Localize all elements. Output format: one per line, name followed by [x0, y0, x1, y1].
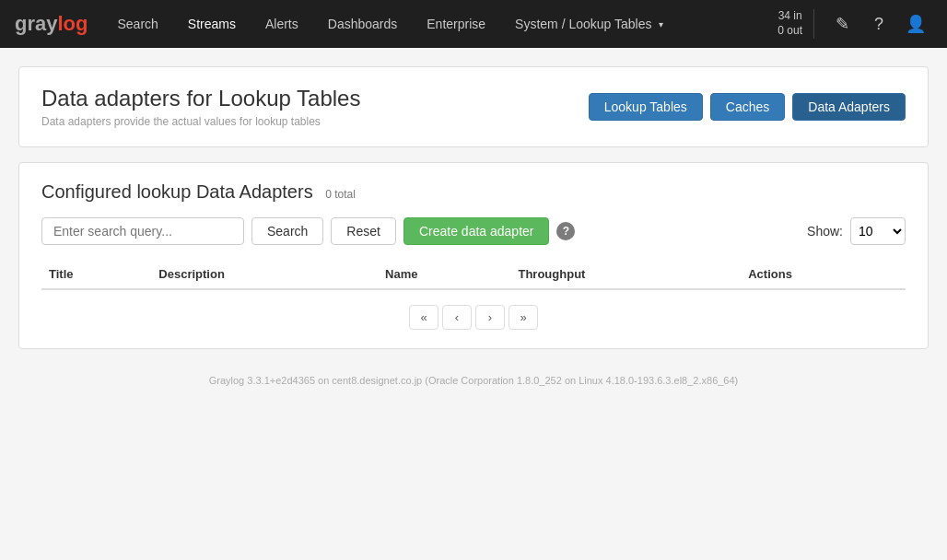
- create-data-adapter-button[interactable]: Create data adapter: [403, 217, 550, 245]
- lookup-tables-button[interactable]: Lookup Tables: [589, 93, 703, 121]
- nav-enterprise[interactable]: Enterprise: [412, 0, 500, 48]
- pagination-first[interactable]: «: [409, 305, 438, 330]
- data-table: Title Description Name Throughput Action…: [41, 260, 906, 290]
- page-header-card: Data adapters for Lookup Tables Data ada…: [18, 66, 929, 147]
- search-input[interactable]: [41, 217, 244, 245]
- pagination-next[interactable]: ›: [475, 305, 505, 330]
- navbar: graylog Search Streams Alerts Dashboards…: [0, 0, 947, 48]
- stats-in: 34 in: [777, 9, 802, 24]
- show-controls: Show: 10 25 50 100: [807, 217, 906, 245]
- data-adapters-button[interactable]: Data Adapters: [792, 93, 906, 121]
- show-label-text: Show:: [807, 224, 843, 239]
- chevron-down-icon: ▾: [659, 19, 663, 29]
- help-icon[interactable]: ?: [556, 222, 575, 240]
- navbar-links: Search Streams Alerts Dashboards Enterpr…: [102, 0, 766, 48]
- col-description: Description: [151, 260, 378, 289]
- pagination: « ‹ › »: [41, 305, 906, 330]
- pagination-prev[interactable]: ‹: [442, 305, 472, 330]
- nav-alerts[interactable]: Alerts: [251, 0, 313, 48]
- nav-stats: 34 in 0 out: [766, 9, 814, 38]
- section-card: Configured lookup Data Adapters 0 total …: [18, 162, 929, 349]
- col-title: Title: [41, 260, 151, 289]
- page-header-actions: Lookup Tables Caches Data Adapters: [589, 93, 906, 121]
- footer-text: Graylog 3.3.1+e2d4365 on cent8.designet.…: [209, 375, 739, 386]
- section-title: Configured lookup Data Adapters 0 total: [41, 181, 906, 203]
- section-badge: 0 total: [325, 188, 356, 201]
- nav-streams[interactable]: Streams: [173, 0, 251, 48]
- nav-search[interactable]: Search: [102, 0, 172, 48]
- col-name: Name: [378, 260, 510, 289]
- show-select[interactable]: 10 25 50 100: [850, 217, 906, 245]
- page-subtitle: Data adapters provide the actual values …: [41, 115, 360, 128]
- col-actions: Actions: [741, 260, 906, 289]
- nav-system[interactable]: System / Lookup Tables ▾: [500, 0, 678, 48]
- reset-button[interactable]: Reset: [331, 217, 396, 245]
- nav-system-label: System / Lookup Tables: [515, 17, 651, 31]
- search-bar: Search Reset Create data adapter ? Show:…: [41, 217, 906, 245]
- stats-out: 0 out: [777, 24, 802, 39]
- logo-log-text: log: [57, 12, 88, 36]
- page-title: Data adapters for Lookup Tables: [41, 86, 360, 111]
- caches-button[interactable]: Caches: [710, 93, 785, 121]
- logo-gray-text: gray: [15, 12, 57, 36]
- page-header-text: Data adapters for Lookup Tables Data ada…: [41, 86, 360, 128]
- pagination-last[interactable]: »: [509, 305, 538, 330]
- footer: Graylog 3.3.1+e2d4365 on cent8.designet.…: [18, 364, 929, 397]
- help-icon-btn[interactable]: ?: [862, 7, 895, 41]
- navbar-right: 34 in 0 out ✎ ? 👤: [766, 7, 932, 41]
- section-title-text: Configured lookup Data Adapters: [41, 181, 313, 202]
- nav-dashboards[interactable]: Dashboards: [313, 0, 413, 48]
- edit-icon-btn[interactable]: ✎: [825, 7, 859, 41]
- table-header: Title Description Name Throughput Action…: [41, 260, 906, 289]
- page-content: Data adapters for Lookup Tables Data ada…: [0, 48, 947, 415]
- logo: graylog: [15, 12, 88, 36]
- col-throughput: Throughput: [510, 260, 741, 289]
- user-icon-btn[interactable]: 👤: [899, 7, 932, 41]
- search-button[interactable]: Search: [251, 217, 323, 245]
